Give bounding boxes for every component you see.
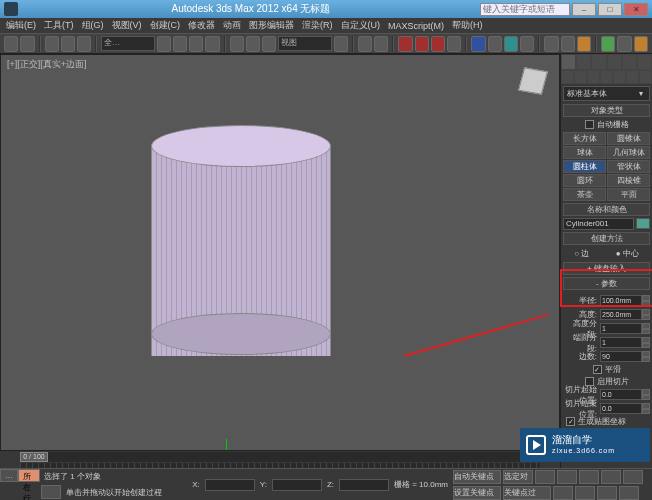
cap-segs-spinner[interactable]: 1 bbox=[600, 337, 642, 348]
mirror-button[interactable] bbox=[488, 36, 502, 52]
menu-group[interactable]: 组(G) bbox=[78, 19, 108, 32]
link-button[interactable] bbox=[45, 36, 59, 52]
height-segs-spinner[interactable]: 1 bbox=[600, 323, 642, 334]
motion-tab[interactable] bbox=[607, 54, 622, 70]
schematic-view-button[interactable] bbox=[561, 36, 575, 52]
unlink-button[interactable] bbox=[61, 36, 75, 52]
help-search-input[interactable] bbox=[480, 3, 570, 16]
cylinder-object[interactable] bbox=[151, 125, 331, 355]
move-button[interactable] bbox=[230, 36, 244, 52]
minimize-button[interactable]: – bbox=[572, 3, 596, 16]
align-button[interactable] bbox=[504, 36, 518, 52]
pyramid-button[interactable]: 四棱锥 bbox=[607, 174, 650, 187]
rendered-frame-button[interactable] bbox=[617, 36, 631, 52]
radius-spinner[interactable]: 100.0mm bbox=[600, 295, 642, 306]
object-name-input[interactable]: Cylinder001 bbox=[563, 218, 634, 230]
helpers-subtab[interactable] bbox=[613, 70, 626, 84]
layers-button[interactable] bbox=[520, 36, 534, 52]
snap-toggle-button[interactable] bbox=[398, 36, 412, 52]
cylinder-button[interactable]: 圆柱体 bbox=[563, 160, 606, 173]
height-spinner[interactable]: 250.0mm bbox=[600, 309, 642, 320]
coord-z-input[interactable] bbox=[339, 479, 389, 491]
maximize-button[interactable]: □ bbox=[598, 3, 622, 16]
select-button[interactable] bbox=[157, 36, 171, 52]
menu-rendering[interactable]: 渲染(R) bbox=[298, 19, 337, 32]
next-frame-button[interactable] bbox=[601, 470, 621, 484]
close-button[interactable]: ✕ bbox=[624, 3, 648, 16]
zoom-button[interactable] bbox=[553, 486, 573, 500]
keyboard-shortcut-button[interactable] bbox=[374, 36, 388, 52]
object-color-swatch[interactable] bbox=[636, 218, 650, 229]
angle-snap-button[interactable] bbox=[415, 36, 429, 52]
status-tab-1[interactable]: … bbox=[0, 469, 18, 482]
prev-frame-button[interactable] bbox=[557, 470, 577, 484]
autogrid-checkbox[interactable] bbox=[585, 120, 594, 129]
category-combo[interactable]: 标准基本体▾ bbox=[563, 86, 650, 101]
spinner-snap-button[interactable] bbox=[447, 36, 461, 52]
systems-subtab[interactable] bbox=[639, 70, 652, 84]
object-type-rollout[interactable]: 对象类型 bbox=[563, 104, 650, 117]
scale-button[interactable] bbox=[262, 36, 276, 52]
keyfilter-button[interactable]: 关键点过滤… bbox=[503, 486, 551, 500]
percent-snap-button[interactable] bbox=[431, 36, 445, 52]
slice-to-spinner[interactable]: 0.0 bbox=[600, 403, 642, 414]
menu-view[interactable]: 视图(V) bbox=[108, 19, 146, 32]
select-manipulate-button[interactable] bbox=[358, 36, 372, 52]
menu-help[interactable]: 帮助(H) bbox=[448, 19, 487, 32]
window-crossing-button[interactable] bbox=[205, 36, 219, 52]
menu-edit[interactable]: 编辑(E) bbox=[2, 19, 40, 32]
select-by-name-button[interactable] bbox=[173, 36, 187, 52]
lock-selection-button[interactable] bbox=[41, 485, 61, 499]
coord-y-input[interactable] bbox=[272, 479, 322, 491]
viewport-label[interactable]: [+][正交][真实+边面] bbox=[7, 58, 87, 71]
tube-button[interactable]: 管状体 bbox=[607, 160, 650, 173]
menu-create[interactable]: 创建(C) bbox=[146, 19, 185, 32]
status-tab-2[interactable]: 所在行 bbox=[18, 469, 40, 482]
edge-radio[interactable]: 边 bbox=[574, 248, 589, 259]
undo-button[interactable] bbox=[4, 36, 18, 52]
time-slider[interactable]: 0 / 100 bbox=[20, 452, 540, 462]
coord-x-input[interactable] bbox=[205, 479, 255, 491]
play-button[interactable] bbox=[579, 470, 599, 484]
cone-button[interactable]: 圆锥体 bbox=[607, 132, 650, 145]
cameras-subtab[interactable] bbox=[600, 70, 613, 84]
torus-button[interactable]: 圆环 bbox=[563, 174, 606, 187]
field-of-view-button[interactable] bbox=[619, 486, 639, 500]
shapes-subtab[interactable] bbox=[574, 70, 587, 84]
keyboard-entry-rollout[interactable]: + 键盘输入 bbox=[563, 262, 650, 275]
zoom-extents-button[interactable] bbox=[597, 486, 617, 500]
create-tab[interactable] bbox=[561, 54, 576, 70]
zoom-all-button[interactable] bbox=[575, 486, 595, 500]
name-color-rollout[interactable]: 名称和颜色 bbox=[563, 203, 650, 216]
goto-end-button[interactable] bbox=[623, 470, 643, 484]
app-logo-icon[interactable] bbox=[4, 2, 18, 16]
time-slider-handle[interactable]: 0 / 100 bbox=[20, 452, 48, 462]
autokey-button[interactable]: 自动关键点 bbox=[453, 470, 501, 484]
center-radio[interactable]: 中心 bbox=[616, 248, 639, 259]
named-selset-button[interactable] bbox=[471, 36, 485, 52]
menu-maxscript[interactable]: MAXScript(M) bbox=[384, 21, 448, 31]
curve-editor-button[interactable] bbox=[544, 36, 558, 52]
render-setup-button[interactable] bbox=[601, 36, 615, 52]
lights-subtab[interactable] bbox=[587, 70, 600, 84]
render-button[interactable] bbox=[634, 36, 648, 52]
setkey-button[interactable]: 设置关键点 bbox=[453, 486, 501, 500]
plane-button[interactable]: 平面 bbox=[607, 188, 650, 201]
creation-method-rollout[interactable]: 创建方法 bbox=[563, 232, 650, 245]
slice-from-spinner[interactable]: 0.0 bbox=[600, 389, 642, 400]
parameters-rollout[interactable]: - 参数 bbox=[563, 277, 650, 290]
menu-animation[interactable]: 动画 bbox=[219, 19, 245, 32]
modify-tab[interactable] bbox=[576, 54, 591, 70]
menu-modifiers[interactable]: 修改器 bbox=[184, 19, 219, 32]
hierarchy-tab[interactable] bbox=[591, 54, 606, 70]
menu-grapheditors[interactable]: 图形编辑器 bbox=[245, 19, 298, 32]
sides-spinner[interactable]: 90 bbox=[600, 351, 642, 362]
menu-tools[interactable]: 工具(T) bbox=[40, 19, 78, 32]
geosphere-button[interactable]: 几何球体 bbox=[607, 146, 650, 159]
geometry-subtab[interactable] bbox=[561, 70, 574, 84]
bind-spacewarp-button[interactable] bbox=[77, 36, 91, 52]
ref-coord-combo[interactable]: 视图 bbox=[278, 36, 331, 51]
sphere-button[interactable]: 球体 bbox=[563, 146, 606, 159]
pivot-button[interactable] bbox=[334, 36, 348, 52]
teapot-button[interactable]: 茶壶 bbox=[563, 188, 606, 201]
